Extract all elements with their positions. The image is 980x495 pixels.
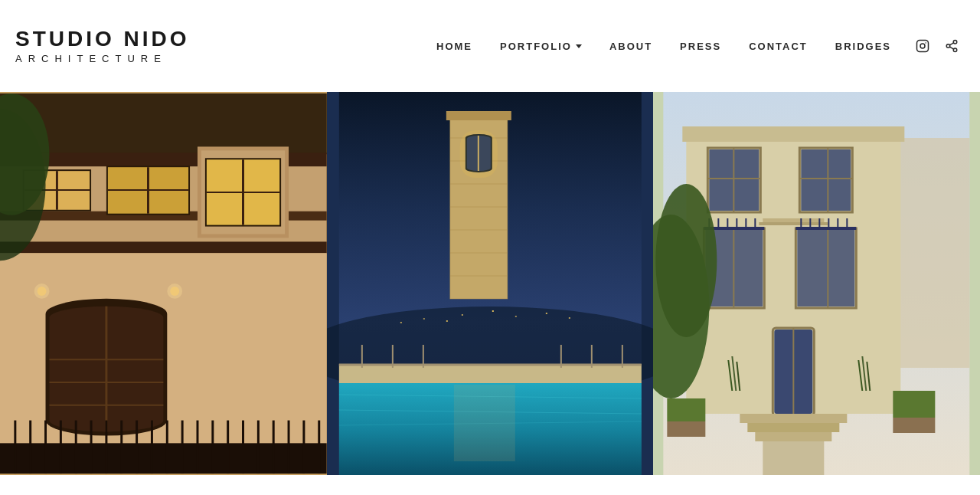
svg-point-1 xyxy=(920,44,925,48)
svg-rect-71 xyxy=(545,313,547,314)
main-content xyxy=(0,92,980,475)
nav-portfolio-label: PORTFOLIO xyxy=(500,41,572,52)
logo-main-text: STUDIO NIDO xyxy=(15,28,190,51)
svg-rect-92 xyxy=(453,385,514,461)
svg-rect-140 xyxy=(763,441,825,475)
svg-rect-67 xyxy=(446,320,447,322)
main-nav: HOME PORTFOLIO ABOUT PRESS CONTACT BRIDG… xyxy=(423,34,962,58)
svg-rect-103 xyxy=(683,126,905,142)
svg-rect-115 xyxy=(798,230,855,307)
gallery-item-3[interactable] xyxy=(653,92,980,475)
svg-rect-68 xyxy=(461,314,462,316)
svg-point-60 xyxy=(167,284,182,299)
svg-rect-113 xyxy=(760,222,828,225)
svg-rect-69 xyxy=(492,310,493,312)
nav-item-about[interactable]: ABOUT xyxy=(596,34,666,58)
site-header: STUDIO NIDO ARCHITECTURE HOME PORTFOLIO … xyxy=(0,0,980,92)
svg-line-7 xyxy=(949,43,953,45)
nav-item-press[interactable]: PRESS xyxy=(666,34,735,58)
svg-rect-35 xyxy=(0,443,327,474)
svg-rect-72 xyxy=(568,317,570,319)
svg-rect-27 xyxy=(0,241,327,253)
logo[interactable]: STUDIO NIDO ARCHITECTURE xyxy=(15,28,190,64)
svg-rect-66 xyxy=(423,318,424,320)
nav-item-portfolio[interactable]: PORTFOLIO xyxy=(486,34,596,58)
nav-item-home[interactable]: HOME xyxy=(423,34,486,58)
logo-sub-text: ARCHITECTURE xyxy=(15,53,167,64)
nav-item-bridges[interactable]: BRIDGES xyxy=(822,34,905,58)
svg-rect-146 xyxy=(893,418,936,433)
nav-social-icons xyxy=(913,36,962,56)
svg-rect-105 xyxy=(802,149,851,211)
svg-rect-143 xyxy=(668,398,706,421)
svg-rect-0 xyxy=(917,41,929,52)
share-icon[interactable] xyxy=(942,36,962,56)
svg-rect-87 xyxy=(338,364,641,383)
chevron-down-icon xyxy=(576,44,582,48)
svg-rect-138 xyxy=(748,423,840,432)
svg-rect-65 xyxy=(400,322,401,323)
nav-item-contact[interactable]: CONTACT xyxy=(735,34,822,58)
svg-rect-137 xyxy=(740,414,848,423)
svg-point-2 xyxy=(925,42,926,44)
svg-point-142 xyxy=(656,184,717,337)
svg-rect-139 xyxy=(756,432,832,441)
svg-rect-70 xyxy=(514,316,516,317)
svg-rect-145 xyxy=(893,391,936,418)
instagram-icon[interactable] xyxy=(913,36,933,56)
gallery-grid xyxy=(0,92,980,475)
svg-point-58 xyxy=(34,284,50,299)
gallery-item-1[interactable] xyxy=(0,92,327,475)
svg-line-6 xyxy=(949,47,953,49)
svg-rect-144 xyxy=(668,421,706,437)
svg-rect-86 xyxy=(459,130,497,178)
gallery-item-2[interactable] xyxy=(327,92,654,475)
svg-rect-82 xyxy=(446,111,511,120)
